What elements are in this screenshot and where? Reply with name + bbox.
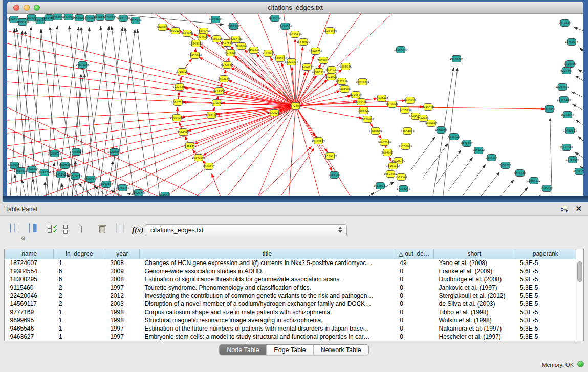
graph-edge[interactable] <box>474 172 499 197</box>
graph-edge[interactable] <box>199 57 295 106</box>
graph-edge[interactable] <box>295 39 296 106</box>
edge-arrow-icon <box>578 69 582 72</box>
graph-edge[interactable] <box>186 73 295 106</box>
graph-node-label: 16054922 <box>170 116 184 119</box>
graph-node-label: 16543382 <box>189 42 203 45</box>
graph-edge[interactable] <box>112 26 134 197</box>
graph-node-label: 12923448 <box>132 191 146 194</box>
graph-edge[interactable] <box>114 29 135 197</box>
edge-arrow-icon <box>200 46 204 49</box>
graph-node-label: 9777169 <box>336 80 348 83</box>
cell-out_degree: 0 <box>395 324 433 333</box>
memory-status-icon[interactable] <box>577 361 584 367</box>
column-header-year[interactable]: year <box>105 249 139 259</box>
graph-edge[interactable] <box>448 157 473 191</box>
tab-edge-table[interactable]: Edge Table <box>266 345 313 355</box>
graph-node-label: 19384554 <box>312 139 325 142</box>
graph-edge[interactable] <box>296 106 363 118</box>
cell-short: Yano et al. (2008) <box>433 259 515 267</box>
table-panel-titlebar[interactable]: Table Panel ✕ <box>0 203 588 216</box>
unselect-all-columns-icon[interactable] <box>63 224 77 239</box>
edge-arrow-icon <box>483 164 486 168</box>
table-row[interactable]: 1872400712008Changes of HCN gene express… <box>5 259 576 267</box>
graph-edge[interactable] <box>103 106 295 197</box>
graph-edge[interactable] <box>296 106 328 152</box>
function-builder-icon[interactable]: f(x) <box>132 226 145 241</box>
table-row[interactable]: 2242004622012Investigating the contribut… <box>5 292 576 300</box>
table-row[interactable]: 946362711997Embryonic stem cells: a mode… <box>5 333 576 341</box>
cell-in_degree: 2 <box>54 300 105 308</box>
close-panel-icon[interactable]: ✕ <box>575 205 582 212</box>
vertical-scrollbar[interactable] <box>576 249 583 341</box>
graph-edge[interactable] <box>461 164 486 197</box>
edge-arrow-icon <box>77 27 80 30</box>
graph-edge[interactable] <box>211 173 222 197</box>
graph-edge[interactable] <box>7 106 296 146</box>
edge-arrow-icon <box>179 122 181 126</box>
table-row[interactable]: 977716911998Corpus callosum shape and si… <box>5 308 576 316</box>
graph-node-label: 2935114 <box>486 156 498 159</box>
graph-edge[interactable] <box>98 27 122 197</box>
table-row[interactable]: 1456911722003Disruption of a novel membe… <box>5 300 576 308</box>
graph-edge[interactable] <box>81 27 103 197</box>
graph-node-label: 15885200 <box>273 57 287 60</box>
select-all-columns-icon[interactable]: ✔✔ <box>48 225 61 240</box>
table-row[interactable]: 911546021997Tourette syndrome. Phenomeno… <box>5 283 576 292</box>
edge-arrow-icon <box>88 27 91 31</box>
status-bar: Memory: OK <box>0 358 588 372</box>
table-row[interactable]: 969969511998Structural magnetic resonanc… <box>5 316 576 324</box>
cell-short: Hescheler et al. (1997) <box>433 333 515 341</box>
edge-arrow-icon <box>291 67 294 70</box>
cell-pagerank: 5.9E-5 <box>515 275 576 283</box>
table-body: 1872400712008Changes of HCN gene express… <box>5 259 576 341</box>
graph-node-label: 16961758 <box>309 50 322 53</box>
graph-edge[interactable] <box>258 146 312 197</box>
create-table-icon[interactable] <box>81 224 94 239</box>
table-row[interactable]: 1830029562008Estimation of significance … <box>5 275 576 283</box>
float-panel-icon[interactable] <box>561 205 568 212</box>
cell-in_degree: 1 <box>54 324 105 333</box>
column-header-in_degree[interactable]: in_degree <box>54 249 105 259</box>
graph-edge[interactable] <box>134 106 296 197</box>
table-mode-icon[interactable]: ⚙ <box>10 224 24 239</box>
graph-node-label: 16210643 <box>560 113 574 116</box>
graph-edge[interactable] <box>7 31 296 106</box>
graph-edge[interactable] <box>137 29 160 197</box>
scrollbar-thumb[interactable] <box>577 261 582 282</box>
tab-network-table[interactable]: Network Table <box>313 345 368 355</box>
graph-edge[interactable] <box>7 106 296 171</box>
column-header-name[interactable]: name <box>5 249 54 259</box>
graph-edge[interactable] <box>7 82 296 106</box>
graph-edge[interactable] <box>7 106 296 120</box>
graph-edge[interactable] <box>7 56 296 106</box>
cell-out_degree: 0 <box>395 283 433 292</box>
graph-node-label: 18807249 <box>378 141 391 144</box>
graph-edge[interactable] <box>296 106 351 197</box>
graph-edge[interactable] <box>165 106 295 197</box>
table-select-dropdown[interactable]: citations_edges.txt <box>145 224 347 236</box>
graph-edge[interactable] <box>489 180 514 197</box>
network-graph[interactable]: 2434737424055724219269742089140622914163… <box>7 14 583 197</box>
graph-edge[interactable] <box>228 80 296 106</box>
show-column-icon[interactable] <box>29 224 42 239</box>
graph-edge[interactable] <box>296 106 320 197</box>
graph-node-label: 10340109 <box>192 156 206 159</box>
graph-node-label: 14136141 <box>373 184 387 187</box>
network-window-titlebar[interactable]: citations_edges.txt <box>7 2 583 14</box>
edge-arrow-icon <box>80 27 83 30</box>
graph-node-label: 5975685 <box>225 51 236 54</box>
graph-node-label: 16671388 <box>116 17 130 20</box>
network-view-window: citations_edges.txt 24347374240557242192… <box>3 0 588 202</box>
column-header-out_degree[interactable]: △ out_de… <box>395 249 433 259</box>
graph-node-label: 9121022 <box>325 75 337 78</box>
delete-table-icon <box>116 224 129 239</box>
table-row[interactable]: 946554611997Estimation of the future num… <box>5 324 576 333</box>
tab-node-table[interactable]: Node Table <box>220 345 266 355</box>
column-header-short[interactable]: short <box>433 249 515 259</box>
column-header-title[interactable]: title <box>139 249 395 259</box>
edge-arrow-icon <box>227 57 229 61</box>
table-row[interactable]: 1938455462009Genome-wide association stu… <box>5 267 576 275</box>
network-canvas[interactable]: 2434737424055724219269742089140622914163… <box>7 14 583 197</box>
graph-node-label: 13654923 <box>401 129 415 133</box>
column-header-pagerank[interactable]: pagerank <box>515 249 576 259</box>
